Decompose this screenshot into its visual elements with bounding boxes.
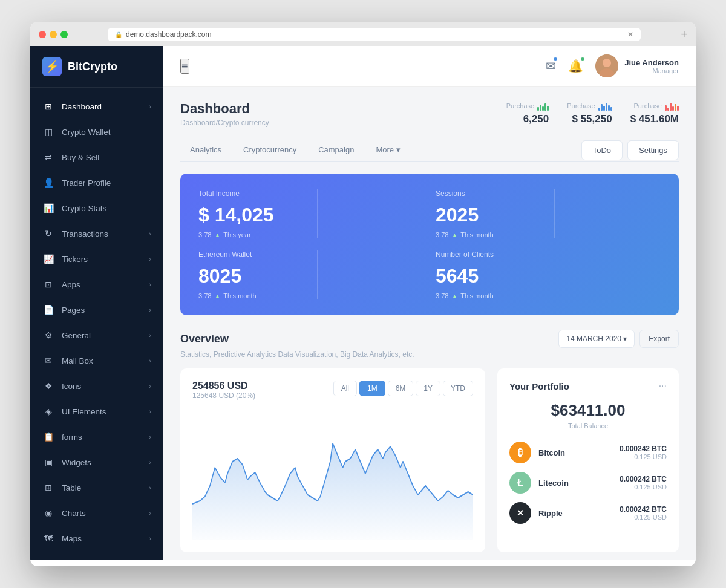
ripple-icon: ✕ — [509, 502, 531, 524]
app-body: ⚡ BitCrypto ⊞ Dashboard › ◫ Crypto Walle… — [30, 46, 696, 560]
header-right: ✉ 🔔 — [546, 54, 679, 77]
sidebar-item-charts[interactable]: ◉ Charts › — [30, 500, 163, 526]
sidebar-item-ui-elements[interactable]: ◈ UI Elements › — [30, 399, 163, 424]
bitcoin-values: 0.000242 BTC 0.125 USD — [620, 445, 667, 460]
tab-analytics[interactable]: Analytics — [180, 139, 231, 162]
portfolio-menu-button[interactable]: ··· — [659, 381, 667, 391]
time-btn-1y[interactable]: 1Y — [416, 381, 440, 396]
nav-arrow: › — [149, 230, 151, 237]
stat-value-ethereum: 8025 — [198, 265, 305, 287]
overview-title: Overview — [180, 333, 229, 345]
stat-mini-label-1: Purchase — [506, 101, 549, 111]
stat-item-clients: Number of Clients 5645 3.78 ▲ This month — [436, 250, 542, 299]
page-title-row: Dashboard Dashboard/Crypto currency Purc… — [180, 101, 679, 127]
sidebar-item-buy-sell[interactable]: ⇄ Buy & Sell — [30, 145, 163, 170]
sidebar-item-crypto-wallet[interactable]: ◫ Crypto Wallet — [30, 119, 163, 145]
sidebar-item-widgets[interactable]: ▣ Widgets › — [30, 449, 163, 475]
sidebar-nav: ⊞ Dashboard › ◫ Crypto Wallet ⇄ Buy & Se… — [30, 88, 163, 560]
user-name: Jiue Anderson — [624, 58, 679, 67]
stat-cards-header: Purchase 6,250 — [506, 101, 679, 125]
dashboard-icon: ⊞ — [42, 100, 54, 113]
sidebar-item-label: Crypto Stats — [62, 204, 151, 213]
sidebar-item-maps[interactable]: 🗺 Maps › — [30, 526, 163, 551]
breadcrumb: Dashboard/Crypto currency — [180, 119, 269, 127]
chart-amount: 254856 USD — [192, 381, 255, 391]
browser-maximize-dot[interactable] — [60, 31, 68, 38]
litecoin-icon: Ł — [509, 472, 531, 494]
stat-label-total-income: Total Income — [198, 189, 305, 198]
browser-controls: 🔒 demo.dashboardpack.com ✕ + — [39, 28, 687, 41]
time-btn-all[interactable]: All — [333, 381, 357, 396]
sidebar-item-apps[interactable]: ⊡ Apps › — [30, 272, 163, 297]
time-btn-ytd[interactable]: YTD — [443, 381, 473, 396]
url-close-icon[interactable]: ✕ — [627, 30, 633, 39]
sidebar-item-trader-profile[interactable]: 👤 Trader Profile — [30, 170, 163, 195]
stat-label-sessions: Sessions — [436, 189, 542, 198]
sidebar-item-icons[interactable]: ❖ Icons › — [30, 373, 163, 399]
stat-value-total-income: $ 14,025 — [198, 204, 305, 226]
sidebar-item-dashboard[interactable]: ⊞ Dashboard › — [30, 94, 163, 119]
browser-minimize-dot[interactable] — [50, 31, 57, 38]
overview-title-block: Overview — [180, 333, 229, 345]
stat-divider-1 — [317, 189, 318, 238]
stat-label-clients: Number of Clients — [436, 250, 542, 259]
export-button[interactable]: Export — [639, 330, 679, 348]
date-filter-button[interactable]: 14 MARCH 2020 ▾ — [558, 330, 635, 348]
time-btn-1m[interactable]: 1M — [359, 381, 385, 396]
tab-campaign[interactable]: Campaign — [309, 139, 364, 162]
nav-arrow: › — [149, 484, 151, 491]
hamburger-button[interactable]: ≡ — [180, 59, 189, 74]
mini-bar-chart-1 — [537, 101, 549, 111]
stat-footer-sessions: 3.78 ▲ This month — [436, 231, 542, 238]
sidebar-item-label: Transactions — [62, 229, 149, 238]
line-chart-svg — [192, 407, 473, 540]
time-btn-6m[interactable]: 6M — [388, 381, 414, 396]
tab-more[interactable]: More ▾ — [366, 139, 410, 162]
sidebar-item-general[interactable]: ⚙ General › — [30, 322, 163, 348]
browser-close-dot[interactable] — [39, 31, 46, 38]
nav-arrow: › — [149, 332, 151, 339]
stat-value-clients: 5645 — [436, 265, 542, 287]
litecoin-usd-value: 0.125 USD — [620, 483, 667, 491]
litecoin-btc-value: 0.000242 BTC — [620, 475, 667, 483]
settings-button[interactable]: Settings — [627, 140, 679, 160]
sidebar-item-label: General — [62, 331, 149, 340]
sidebar-item-pages[interactable]: 📄 Pages › — [30, 297, 163, 322]
mail-icon: ✉ — [42, 354, 54, 367]
sidebar-item-transactions[interactable]: ↻ Transactions › — [30, 221, 163, 246]
stat-mini-value-1: 6,250 — [506, 113, 549, 125]
stat-card-mini-2: Purchase $ 55,250 — [567, 101, 612, 125]
sidebar-item-forms[interactable]: 📋 forms › — [30, 424, 163, 449]
apps-icon: ⊡ — [42, 278, 54, 290]
sidebar-item-table[interactable]: ⊞ Table › — [30, 475, 163, 500]
litecoin-name: Litecoin — [538, 479, 612, 488]
mail-notification-button[interactable]: ✉ — [546, 59, 556, 73]
sidebar-item-label: Charts — [62, 509, 149, 518]
todo-button[interactable]: ToDo — [581, 140, 623, 160]
portfolio-balance: $63411.00 — [509, 401, 667, 420]
sidebar-item-tickers[interactable]: 📈 Tickers › — [30, 246, 163, 272]
mini-bar-chart-3 — [665, 101, 679, 111]
tab-cryptocurrency[interactable]: Cryptocurrency — [234, 139, 306, 162]
sidebar-item-mailbox[interactable]: ✉ Mail Box › — [30, 348, 163, 373]
crypto-item-litecoin: Ł Litecoin 0.000242 BTC 0.125 USD — [509, 472, 667, 494]
chart-card: 254856 USD 125648 USD (20%) All 1M 6M 1Y… — [180, 368, 485, 552]
bell-notification-button[interactable]: 🔔 — [568, 59, 583, 73]
arrow-up-icon: ▲ — [214, 232, 220, 238]
user-info[interactable]: Jiue Anderson Manager — [595, 54, 679, 77]
sidebar-item-label: Pages — [62, 305, 149, 315]
nav-arrow: › — [149, 459, 151, 466]
sidebar-item-label: Mail Box — [62, 356, 149, 365]
browser-url-bar[interactable]: 🔒 demo.dashboardpack.com ✕ — [108, 28, 641, 41]
bitcoin-btc-value: 0.000242 BTC — [620, 445, 667, 453]
forms-icon: 📋 — [42, 431, 54, 443]
buy-sell-icon: ⇄ — [42, 151, 54, 163]
widgets-icon: ▣ — [42, 456, 54, 468]
ripple-name: Ripple — [538, 509, 612, 518]
stat-item-total-income: Total Income $ 14,025 3.78 ▲ This year — [198, 189, 305, 238]
arrow-up-icon: ▲ — [451, 232, 457, 238]
sidebar-item-label: Dashboard — [62, 102, 149, 111]
sidebar-item-crypto-stats[interactable]: 📊 Crypto Stats — [30, 195, 163, 221]
stat-item-ethereum: Ethereum Wallet 8025 3.78 ▲ This month — [198, 250, 305, 299]
new-tab-button[interactable]: + — [681, 28, 687, 41]
